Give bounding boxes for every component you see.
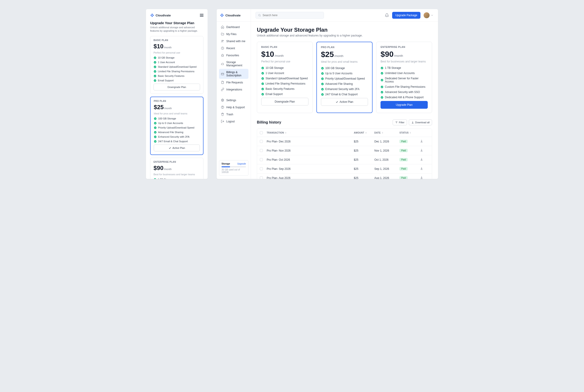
- sort-icon[interactable]: [381, 132, 384, 134]
- card-icon: [221, 72, 224, 76]
- storage-upgrade-link[interactable]: Upgrade: [237, 162, 246, 165]
- status-badge: Paid: [399, 167, 408, 170]
- menu-button[interactable]: [200, 14, 203, 17]
- svg-point-43: [381, 72, 383, 74]
- sort-icon[interactable]: [285, 132, 287, 134]
- download-icon[interactable]: [420, 158, 423, 161]
- download-icon[interactable]: [420, 167, 423, 170]
- sidebar-item-label: Billings & Subscription: [226, 71, 247, 77]
- help-icon: [221, 106, 224, 109]
- download-all-button[interactable]: Download all: [409, 120, 432, 125]
- cell-date: Nov 1, 2026: [374, 149, 399, 152]
- cell-amount: $25: [354, 140, 374, 143]
- sidebar-item-trash[interactable]: Trash: [219, 111, 248, 118]
- star-icon: [221, 54, 224, 57]
- sort-icon[interactable]: [365, 132, 367, 134]
- plan-cta-basic[interactable]: Downgrade Plan: [261, 98, 309, 106]
- check-circle-icon: [154, 136, 157, 138]
- plan-feature: Custom File Sharing Permissions: [381, 85, 428, 88]
- mobile-frame: Cloudivate Upgrade Your Storage Plan Unl…: [146, 9, 208, 179]
- plan-feature: Limited File Sharing Permissions: [154, 70, 200, 73]
- row-checkbox[interactable]: [260, 176, 263, 179]
- plan-feature: Enhanced Security with 2FA: [321, 88, 368, 91]
- check-circle-icon: [381, 72, 384, 75]
- check-circle-icon: [261, 66, 264, 70]
- notifications-icon[interactable]: [385, 13, 389, 17]
- plan-feature: 1 TB Storage: [381, 66, 428, 70]
- plan-price: $25: [154, 104, 164, 111]
- search-input[interactable]: [262, 14, 322, 17]
- status-badge: Paid: [399, 158, 408, 161]
- plan-feature: Unlimited User Accounts: [381, 72, 428, 75]
- plan-cta-enterprise[interactable]: Upgrade Plan: [381, 101, 428, 109]
- row-checkbox[interactable]: [260, 158, 263, 161]
- cell-transaction: Pro Plan- Nov 2026: [267, 149, 354, 152]
- plan-feature: Up to 5 User Accounts: [154, 122, 200, 125]
- filter-button[interactable]: Filter: [393, 120, 407, 125]
- svg-point-19: [223, 40, 223, 41]
- table-row: Pro Plan- Nov 2026 $25 Nov 1, 2026 Paid: [257, 146, 432, 155]
- plan-feature: Standard Upload/Download Speed: [154, 66, 200, 68]
- row-checkbox[interactable]: [260, 140, 263, 143]
- plan-cta-pro[interactable]: Active Plan: [154, 144, 200, 151]
- row-checkbox[interactable]: [260, 167, 263, 170]
- svg-point-37: [321, 72, 324, 75]
- cell-amount: $25: [354, 158, 374, 161]
- storage-progress-bar: [221, 166, 246, 167]
- desktop-frame: Cloudivate DashboardMy FilesShared with …: [217, 9, 438, 179]
- sidebar-item-settings[interactable]: Settings: [219, 97, 248, 104]
- upgrade-package-button[interactable]: Upgrade Package: [392, 12, 420, 19]
- sort-icon[interactable]: [409, 132, 411, 134]
- svg-point-12: [154, 178, 156, 179]
- svg-point-6: [154, 117, 156, 120]
- status-badge: Paid: [399, 140, 408, 143]
- topbar: Upgrade Package: [251, 9, 438, 22]
- cell-transaction: Pro Plan- Oct 2026: [267, 158, 354, 161]
- link-icon: [221, 88, 224, 91]
- row-checkbox[interactable]: [260, 149, 263, 152]
- download-icon[interactable]: [420, 148, 423, 152]
- sidebar-item-storage-management[interactable]: Storage Management: [219, 59, 248, 69]
- sidebar-item-dashboard[interactable]: Dashboard: [219, 24, 248, 30]
- svg-point-18: [222, 40, 223, 41]
- download-icon[interactable]: [420, 140, 423, 143]
- sidebar-item-integerations[interactable]: Integerations: [219, 86, 248, 93]
- search-field[interactable]: [255, 12, 324, 19]
- check-circle-icon: [154, 131, 157, 134]
- cell-transaction: Pro Plan- Sep 2026: [267, 167, 354, 170]
- sidebar-item-shared-with-me[interactable]: Shared with me: [219, 38, 248, 45]
- check-circle-icon: [321, 82, 324, 86]
- sidebar-item-logout[interactable]: Logout: [219, 118, 248, 125]
- check-circle-icon: [381, 96, 384, 99]
- svg-point-47: [381, 96, 383, 99]
- sidebar-item-favourites[interactable]: Favourites: [219, 52, 248, 59]
- page-title: Upgrade Your Storage Plan: [150, 21, 203, 25]
- sidebar-item-recent[interactable]: Recent: [219, 45, 248, 52]
- status-badge: Paid: [399, 176, 408, 179]
- sidebar-item-my-files[interactable]: My Files: [219, 30, 248, 38]
- plan-feature: Dedicated AM & Phone Support: [381, 96, 428, 99]
- plan-period: /month: [334, 54, 343, 58]
- check-circle-icon: [381, 86, 384, 88]
- plan-feature: Advanced File Sharing: [321, 82, 368, 86]
- table-row: Pro Plan- Oct 2026 $25 Oct 1, 2026 Paid: [257, 155, 432, 164]
- plan-price: $90: [381, 50, 394, 58]
- plan-cta-pro[interactable]: Active Plan: [321, 98, 368, 106]
- sidebar-item-label: Integerations: [226, 88, 242, 91]
- select-all-checkbox[interactable]: [260, 131, 263, 134]
- svg-line-29: [260, 16, 261, 16]
- sidebar-item-billings-subscription[interactable]: Billings & Subscription: [219, 69, 248, 79]
- download-icon: [411, 121, 414, 124]
- svg-point-31: [261, 72, 264, 74]
- plan-feature: 24/7 Email & Chat Support: [321, 93, 368, 96]
- sidebar-item-help-support[interactable]: Help & Support: [219, 104, 248, 111]
- sidebar-item-file-requests[interactable]: File Requests: [219, 79, 248, 86]
- table-row: Pro Plan- Aug 2026 $25 Aug 1, 2026 Paid: [257, 173, 432, 179]
- plan-cta-basic[interactable]: Downgrade Plan: [154, 84, 200, 90]
- folder-icon: [221, 32, 224, 36]
- plan-price: $25: [321, 50, 334, 59]
- svg-point-9: [154, 131, 156, 134]
- download-icon[interactable]: [420, 176, 423, 179]
- plan-price: $10: [261, 50, 274, 58]
- user-menu[interactable]: [424, 12, 433, 18]
